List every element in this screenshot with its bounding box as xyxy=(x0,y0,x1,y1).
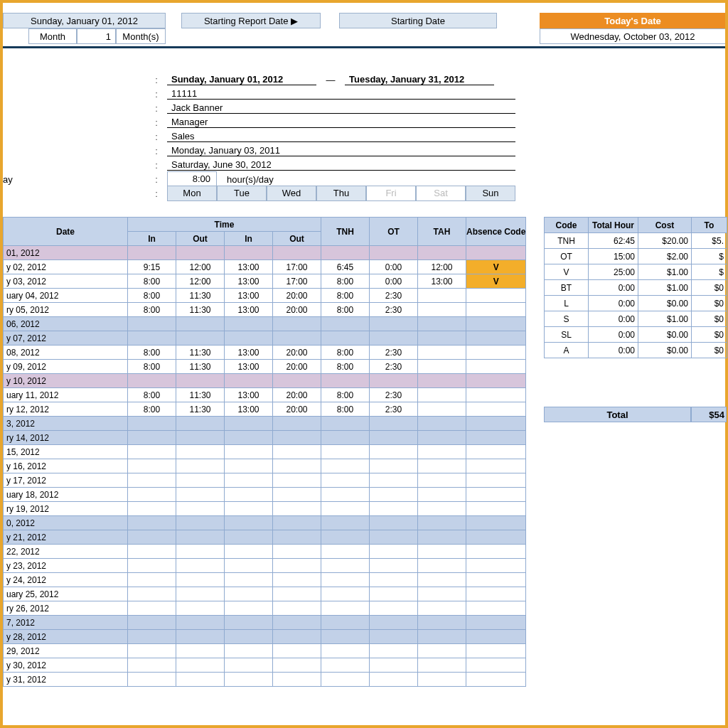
sum-hdr-th: Total Hour xyxy=(589,218,638,233)
table-row[interactable]: uary 25, 2012 xyxy=(4,587,526,601)
table-row[interactable]: y 03, 20128:0012:0013:0017:008:000:0013:… xyxy=(4,274,526,289)
table-row[interactable]: ry 19, 2012 xyxy=(4,502,526,516)
table-row[interactable]: y 07, 2012 xyxy=(4,331,526,346)
hdr-tah: TAH xyxy=(418,218,466,246)
table-row[interactable]: y 17, 2012 xyxy=(4,473,526,488)
summary-row: V25:00$1.00$ xyxy=(545,264,727,280)
employee-info: : Sunday, January 01, 2012 — Tuesday, Ja… xyxy=(146,73,544,200)
table-row[interactable]: 0, 2012 xyxy=(4,516,526,530)
table-row[interactable]: y 28, 2012 xyxy=(4,630,526,644)
emp-title[interactable]: Manager xyxy=(167,117,515,128)
month-label: Month xyxy=(28,28,77,44)
month-value[interactable]: 1 xyxy=(77,28,116,44)
summary-row: OT15:00$2.00$ xyxy=(545,249,727,264)
table-row[interactable]: y 10, 2012 xyxy=(4,374,526,388)
table-row[interactable]: 7, 2012 xyxy=(4,616,526,630)
hdr-date: Date xyxy=(4,218,128,246)
table-row[interactable]: ry 26, 2012 xyxy=(4,601,526,616)
hdr-in2: In xyxy=(225,232,273,246)
total-label: Total xyxy=(544,407,691,422)
truncated-label: ay xyxy=(3,174,13,185)
table-row[interactable]: 22, 2012 xyxy=(4,545,526,559)
sum-hdr-cost: Cost xyxy=(638,218,692,233)
dow-tue[interactable]: Tue xyxy=(217,186,267,201)
table-row[interactable]: ry 14, 2012 xyxy=(4,431,526,445)
summary-row: S0:00$1.00$0 xyxy=(545,311,727,327)
table-row[interactable]: 01, 2012 xyxy=(4,246,526,260)
total-row: Total $54 xyxy=(544,407,727,422)
end-date: Saturday, June 30, 2012 xyxy=(167,159,515,171)
dow-fri[interactable]: Fri xyxy=(366,186,416,201)
table-row[interactable]: y 21, 2012 xyxy=(4,530,526,545)
sum-hdr-tot: To xyxy=(692,218,727,233)
table-row[interactable]: y 23, 2012 xyxy=(4,559,526,573)
hdr-in1: In xyxy=(128,232,176,246)
table-row[interactable]: 08, 20128:0011:3013:0020:008:002:30 xyxy=(4,346,526,360)
hours-per-day-val[interactable]: 8:00 xyxy=(167,171,217,187)
emp-id[interactable]: 11111 xyxy=(167,88,515,100)
starting-date-label: Starting Date xyxy=(339,13,497,28)
dash-icon: — xyxy=(316,75,345,85)
hdr-abs: Absence Code xyxy=(466,218,526,246)
table-row[interactable]: y 16, 2012 xyxy=(4,459,526,473)
hdr-ot: OT xyxy=(370,218,418,246)
table-row[interactable]: uary 04, 20128:0011:3013:0020:008:002:30 xyxy=(4,289,526,303)
hire-date: Monday, January 03, 2011 xyxy=(167,145,515,156)
table-row[interactable]: 29, 2012 xyxy=(4,644,526,658)
hdr-tnh: TNH xyxy=(321,218,370,246)
summary-row: SL0:00$0.00$0 xyxy=(545,327,727,343)
report-date-cell[interactable]: Sunday, January 01, 2012 xyxy=(3,13,166,28)
dow-sat[interactable]: Sat xyxy=(416,186,466,201)
hours-unit: hour(s)/day xyxy=(217,174,274,185)
header-bar: Sunday, January 01, 2012 Starting Report… xyxy=(0,0,728,44)
dow-sun[interactable]: Sun xyxy=(466,186,515,201)
total-value: $54 xyxy=(691,407,727,422)
todays-date-value: Wednesday, October 03, 2012 xyxy=(540,28,726,44)
sum-hdr-code: Code xyxy=(545,218,589,233)
table-row[interactable]: y 09, 20128:0011:3013:0020:008:002:30 xyxy=(4,360,526,374)
timesheet-table[interactable]: Date Time TNH OT TAH Absence Code In Out… xyxy=(3,217,526,687)
table-row[interactable]: 3, 2012 xyxy=(4,417,526,431)
table-row[interactable]: y 02, 20129:1512:0013:0017:006:450:0012:… xyxy=(4,260,526,274)
hdr-time: Time xyxy=(128,218,321,232)
dow-mon[interactable]: Mon xyxy=(167,186,217,201)
table-row[interactable]: 15, 2012 xyxy=(4,445,526,459)
table-row[interactable]: y 24, 2012 xyxy=(4,573,526,587)
period-to: Tuesday, January 31, 2012 xyxy=(345,74,494,85)
table-row[interactable]: uary 18, 2012 xyxy=(4,488,526,502)
dow-thu[interactable]: Thu xyxy=(316,186,366,201)
workdays-row: MonTueWedThuFriSatSun xyxy=(167,186,515,201)
start-report-label: Starting Report Date ▶ xyxy=(181,13,321,28)
summary-row: A0:00$0.00$0 xyxy=(545,343,727,358)
summary-row: L0:00$0.00$0 xyxy=(545,296,727,311)
table-row[interactable]: ry 05, 20128:0011:3013:0020:008:002:30 xyxy=(4,303,526,317)
table-row[interactable]: 06, 2012 xyxy=(4,317,526,331)
todays-date-header: Today's Date xyxy=(540,13,726,28)
summary-row: BT0:00$1.00$0 xyxy=(545,280,727,296)
hdr-out1: Out xyxy=(176,232,225,246)
table-row[interactable]: y 31, 2012 xyxy=(4,673,526,687)
period-from: Sunday, January 01, 2012 xyxy=(167,74,316,85)
emp-name[interactable]: Jack Banner xyxy=(167,102,515,114)
table-row[interactable]: uary 11, 20128:0011:3013:0020:008:002:30 xyxy=(4,388,526,402)
table-row[interactable]: ry 12, 20128:0011:3013:0020:008:002:30 xyxy=(4,402,526,417)
table-row[interactable]: y 30, 2012 xyxy=(4,658,526,673)
dow-wed[interactable]: Wed xyxy=(267,186,316,201)
emp-dept[interactable]: Sales xyxy=(167,131,515,142)
months-unit: Month(s) xyxy=(116,28,166,44)
summary-table: Code Total Hour Cost To TNH62:45$20.00$5… xyxy=(544,217,727,358)
hdr-out2: Out xyxy=(273,232,321,246)
summary-row: TNH62:45$20.00$5. xyxy=(545,233,727,249)
